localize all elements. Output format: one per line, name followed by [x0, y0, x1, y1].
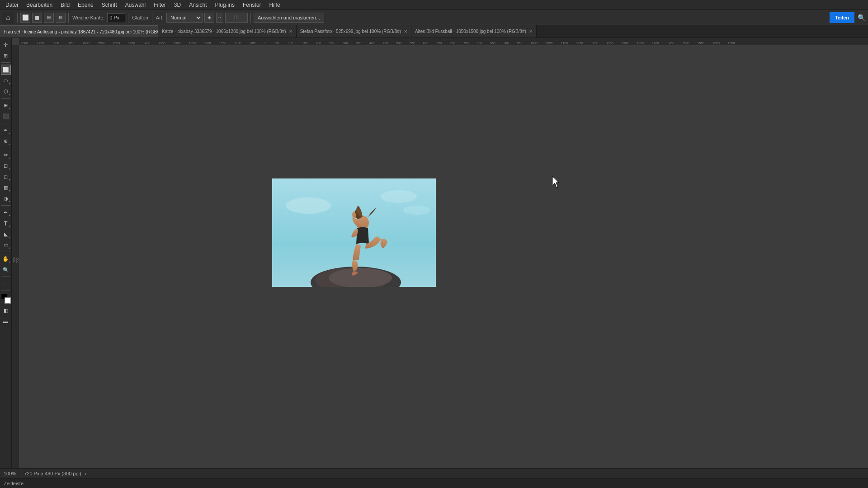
menu-plugins[interactable]: Plug-ins [212, 1, 238, 9]
brush-tool[interactable]: ✏▾ [1, 150, 11, 160]
toolbar: ⌂ ⬜ ◼ ⊞ ⊟ Weiche Kante: Glätten Art: Nor… [0, 10, 868, 25]
tab-1[interactable]: Katze - pixabay 3336579 - 1066x1280.jpg … [158, 25, 297, 38]
selection-rect-icon[interactable]: ⬜ [20, 13, 30, 23]
canvas-workspace[interactable] [19, 45, 868, 468]
toolbar-sep-2 [68, 13, 69, 23]
tab-2-close[interactable]: ✕ [404, 29, 407, 34]
tab-1-close[interactable]: ✕ [289, 29, 292, 34]
ruler-top: 1800 1750 1700 1650 1600 1550 1500 1450 … [19, 38, 868, 45]
toolbar-sep-1 [17, 13, 18, 23]
timeline-label: Zeitleiste [4, 481, 24, 486]
teilen-button[interactable]: Teilen [830, 12, 854, 23]
tab-2[interactable]: Stefan Passfoto - 525x699.jpg bei 100% (… [297, 25, 411, 38]
menu-ebene[interactable]: Ebene [74, 1, 97, 9]
toolbar-sep-3 [128, 13, 128, 23]
screen-mode-btn[interactable]: ▬ [1, 316, 11, 326]
menu-ansicht[interactable]: Ansicht [185, 1, 210, 9]
tab-2-label: Stefan Passfoto - 525x699.jpg bei 100% (… [300, 29, 401, 34]
quick-mask-btn[interactable]: ◧ [1, 305, 11, 315]
menu-fenster[interactable]: Fenster [239, 1, 265, 9]
toolbar-sep-5 [250, 13, 251, 23]
tool-sep-7 [1, 277, 10, 277]
toolbar-sep-4 [152, 13, 152, 23]
glaetten-label: Glätten [132, 15, 148, 20]
tab-3[interactable]: Altes Bild Fussball - 1050x1500.jpg bei … [411, 25, 537, 38]
toolbox: ✛ ⊞ ⬜▾ ⬭▾ ⬡▾ ⊞▾ ⬛ ✒▾ ⊕▾ ✏▾ ⊡▾ ◻▾ ▦▾ ◑▾ ✒… [0, 38, 12, 468]
selection-tool[interactable]: ⬜▾ [1, 65, 11, 75]
weiche-kante-label: Weiche Kante: [72, 15, 104, 20]
search-button[interactable]: 🔍 [856, 13, 866, 23]
art-dropdown[interactable]: Normal Zu Auswahl addieren Von Auswahl s… [166, 13, 203, 23]
tool-sep-5 [1, 205, 10, 206]
tab-3-label: Altes Bild Fussball - 1050x1500.jpg bei … [415, 29, 526, 34]
artboard-tool[interactable]: ⊞ [1, 51, 11, 61]
shape-tool[interactable]: ▭▾ [1, 240, 11, 250]
clone-tool[interactable]: ⊡▾ [1, 161, 11, 171]
image-dimensions: 720 Px x 480 Px (300 ppi) [24, 471, 81, 476]
svg-point-1 [286, 197, 331, 214]
tab-0-label: Frau sehr kleine Auflösung - pixabay 186… [4, 29, 158, 34]
menu-3d[interactable]: 3D [170, 1, 184, 9]
eraser-tool[interactable]: ◻▾ [1, 172, 11, 182]
toolbar-icon-a[interactable]: ◈ [204, 13, 214, 23]
pen-tool[interactable]: ✒▾ [1, 207, 11, 217]
toolbar-icon-b[interactable]: ↔ [216, 13, 223, 23]
auswahlen-maskieren-button[interactable]: Auswählen und maskieren... [254, 13, 324, 23]
tool-sep-6 [1, 252, 10, 252]
svg-point-3 [403, 206, 430, 215]
lasso-tool[interactable]: ⬭▾ [1, 75, 11, 85]
gradient-tool[interactable]: ▦▾ [1, 183, 11, 192]
canvas-area: 1800 1750 1700 1650 1600 1550 1500 1450 … [12, 38, 868, 468]
tab-1-label: Katze - pixabay 3336579 - 1066x1280.jpg … [162, 29, 286, 34]
text-tool[interactable]: T▾ [1, 218, 11, 228]
art-label: Art: [156, 15, 164, 20]
tool-sep-4 [1, 148, 10, 148]
frame-tool[interactable]: ⬛ [1, 111, 11, 121]
zoom-level: 100% [4, 471, 16, 476]
ruler-left: 750 700 650 600 550 500 450 400 350 300 … [12, 45, 19, 468]
svg-marker-8 [552, 176, 559, 188]
canvas-image-svg [272, 178, 436, 287]
quick-select-tool[interactable]: ⬡▾ [1, 86, 11, 96]
menubar: Datei Bearbeiten Bild Ebene Schrift Ausw… [0, 0, 868, 10]
move-tool[interactable]: ✛ [1, 40, 11, 50]
path-select-tool[interactable]: ◣▾ [1, 229, 11, 239]
eyedropper-tool[interactable]: ✒▾ [1, 125, 11, 135]
dodge-tool[interactable]: ◑▾ [1, 193, 11, 203]
background-color[interactable] [5, 297, 11, 304]
menu-schrift[interactable]: Schrift [98, 1, 121, 9]
hand-tool[interactable]: ✋▾ [1, 254, 11, 264]
weiche-kante-input[interactable] [107, 13, 125, 22]
statusbar: 100% 720 Px x 480 Px (300 ppi) › [0, 468, 868, 478]
menu-bild[interactable]: Bild [57, 1, 73, 9]
tool-sep-1 [1, 62, 10, 63]
tab-0[interactable]: Frau sehr kleine Auflösung - pixabay 186… [0, 25, 158, 38]
more-tools-btn[interactable]: ··· [1, 279, 11, 289]
menu-bearbeiten[interactable]: Bearbeiten [23, 1, 56, 9]
canvas-with-left-ruler: 750 700 650 600 550 500 450 400 350 300 … [12, 45, 868, 468]
tabs-row: Frau sehr kleine Auflösung - pixabay 186… [0, 25, 868, 38]
menu-auswahl[interactable]: Auswahl [122, 1, 149, 9]
statusbar-sep-1 [20, 470, 20, 477]
menu-filter[interactable]: Filter [150, 1, 170, 9]
crop-tool[interactable]: ⊞▾ [1, 100, 11, 110]
selection-add-icon[interactable]: ⊞ [44, 13, 54, 23]
home-button[interactable]: ⌂ [2, 11, 14, 24]
toolbar-icon-c[interactable]: Hi [225, 13, 248, 23]
menu-datei[interactable]: Datei [2, 1, 22, 9]
tool-sep-8 [1, 291, 10, 291]
tool-sep-2 [1, 98, 10, 99]
main-area: ✛ ⊞ ⬜▾ ⬭▾ ⬡▾ ⊞▾ ⬛ ✒▾ ⊕▾ ✏▾ ⊡▾ ◻▾ ▦▾ ◑▾ ✒… [0, 38, 868, 468]
zoom-tool[interactable]: 🔍 [1, 265, 11, 275]
color-swatches[interactable] [1, 294, 11, 304]
patch-tool[interactable]: ⊕▾ [1, 136, 11, 146]
selection-sub-icon[interactable]: ⊟ [56, 13, 66, 23]
tab-3-close[interactable]: ✕ [529, 29, 533, 34]
tool-sep-3 [1, 123, 10, 123]
selection-style-icon[interactable]: ◼ [32, 13, 42, 23]
image-display [272, 178, 436, 287]
menu-hilfe[interactable]: Hilfe [266, 1, 284, 9]
svg-point-6 [329, 268, 392, 287]
timeline-bar: Zeitleiste [0, 478, 868, 488]
statusbar-arrow-btn[interactable]: › [85, 471, 87, 476]
